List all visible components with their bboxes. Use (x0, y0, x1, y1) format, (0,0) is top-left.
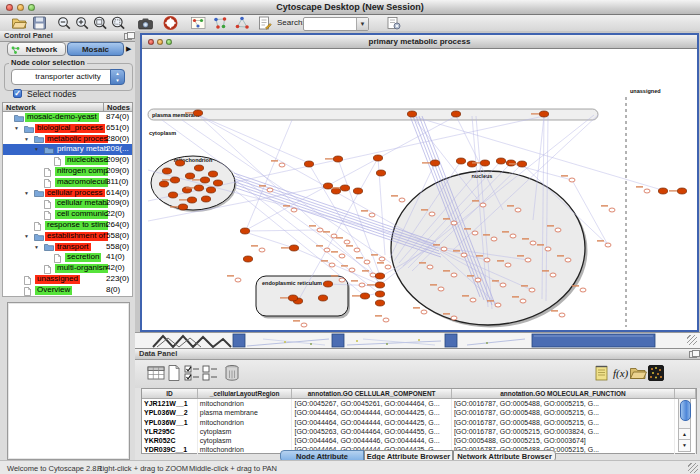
table-icon[interactable] (147, 364, 165, 382)
transporter-gene-node[interactable] (658, 188, 667, 194)
gene-node[interactable] (427, 265, 433, 269)
snapshot-camera-icon[interactable] (137, 16, 154, 30)
transporter-gene-node[interactable] (162, 168, 171, 174)
gene-node[interactable] (359, 283, 365, 287)
transporter-gene-node[interactable] (677, 188, 686, 194)
transporter-gene-node[interactable] (323, 183, 332, 189)
tree-row-cellular-process[interactable]: ▼cellular process614(0) (3, 188, 132, 199)
gene-node[interactable] (500, 283, 506, 287)
transporter-gene-node[interactable] (208, 171, 217, 177)
save-icon[interactable] (31, 16, 48, 30)
gene-node[interactable] (565, 258, 571, 262)
transporter-gene-node[interactable] (194, 165, 203, 171)
gene-node[interactable] (235, 278, 241, 282)
scroll-down-arrow[interactable]: ▼ (679, 439, 690, 451)
gene-node[interactable] (530, 241, 536, 245)
gene-node[interactable] (324, 248, 330, 252)
cell[interactable]: [GO:0016787, GO:0005215, GO:0003824, G..… (452, 427, 675, 436)
plasma-membrane-region[interactable] (148, 109, 598, 120)
gene-node[interactable] (559, 313, 565, 317)
gene-node[interactable] (451, 273, 457, 277)
notepad-icon[interactable] (593, 364, 611, 382)
import-folder-icon[interactable] (629, 364, 647, 382)
gene-node[interactable] (301, 323, 307, 327)
gene-node[interactable] (349, 268, 355, 272)
edge[interactable] (338, 116, 544, 161)
table-scrollbar[interactable]: ▲ ▼ (678, 398, 691, 452)
transporter-gene-node[interactable] (193, 110, 202, 116)
open-file-icon[interactable] (11, 16, 28, 30)
transporter-gene-node[interactable] (376, 170, 385, 176)
transporter-gene-node[interactable] (539, 111, 548, 117)
gene-node[interactable] (475, 278, 481, 282)
network-canvas[interactable]: plasma membranecytoplasmmitochondrionnuc… (142, 49, 697, 331)
transporter-gene-node[interactable] (407, 111, 416, 117)
view-minimize-button[interactable] (157, 39, 163, 45)
search-config-icon[interactable] (385, 16, 402, 30)
tree-row-overview[interactable]: Overview8(0) (3, 285, 132, 296)
tree-row-metabolic-process[interactable]: ▼metabolic process280(0) (3, 134, 132, 145)
gene-node[interactable] (317, 228, 323, 232)
search-dropdown-arrow[interactable]: ▼ (356, 18, 368, 30)
cell[interactable]: [GO:0005488, GO:0005215, GO:0003674] (452, 436, 675, 445)
gene-node[interactable] (369, 213, 375, 217)
transporter-gene-node[interactable] (456, 158, 465, 164)
gene-node[interactable] (529, 288, 535, 292)
transporter-gene-node[interactable] (323, 281, 332, 287)
zoom-in-icon[interactable] (74, 16, 91, 30)
tree-row-response-to-stimulu[interactable]: response to stimulu264(0) (3, 220, 132, 231)
select-attributes-icon[interactable] (183, 364, 201, 382)
delete-attribute-icon[interactable] (223, 364, 241, 382)
gene-node[interactable] (495, 303, 501, 307)
tree-row-nitrogen-compo[interactable]: nitrogen compo209(0) (3, 166, 132, 177)
transporter-gene-node[interactable] (375, 282, 384, 288)
gene-node[interactable] (344, 240, 350, 244)
tree-row-mosaic-demo-yeast[interactable]: mosaic-demo-yeast874(0) (3, 112, 132, 123)
column-header-ID[interactable]: ID (142, 389, 198, 398)
tree-row-unassigned[interactable]: unassigned223(0) (3, 274, 132, 285)
gene-node[interactable] (525, 258, 531, 262)
transporter-gene-node[interactable] (185, 173, 194, 179)
tree-row-macromolecule[interactable]: macromolecule311(0) (3, 177, 132, 188)
gene-node[interactable] (354, 248, 360, 252)
gene-node[interactable] (510, 234, 516, 238)
gene-node[interactable] (555, 228, 561, 232)
cell[interactable]: cytoplasm (198, 427, 293, 436)
birdseye-view[interactable] (7, 302, 130, 460)
minimize-window-button[interactable] (17, 4, 24, 11)
gene-node[interactable] (451, 221, 457, 225)
gene-node[interactable] (545, 247, 551, 251)
view-zoom-button[interactable] (166, 39, 172, 45)
cell[interactable]: [GO:0045263, GO:0044464, GO:0044455, G..… (292, 427, 451, 436)
cell[interactable]: mitochondrion (198, 445, 293, 454)
gene-node[interactable] (379, 257, 385, 261)
tree-row-transport[interactable]: ▼transport558(0) (3, 242, 132, 253)
gene-node[interactable] (385, 265, 391, 269)
search-input[interactable]: ▼ (303, 17, 369, 31)
cell[interactable]: plasma membrane (198, 408, 293, 417)
transporter-gene-node[interactable] (360, 293, 369, 299)
gene-node[interactable] (605, 243, 611, 247)
table-row-YPL036W__2[interactable]: YPL036W__2plasma membrane[GO:0044464, GO… (142, 408, 696, 417)
gene-node[interactable] (329, 263, 335, 267)
gene-node[interactable] (383, 318, 389, 322)
cell[interactable]: mitochondrion (198, 399, 293, 408)
transporter-gene-node[interactable] (170, 177, 179, 183)
transporter-gene-node[interactable] (178, 204, 187, 210)
behind-window-frame-fragment[interactable] (233, 334, 245, 347)
gene-node[interactable] (461, 253, 467, 257)
zoom-selected-icon[interactable] (110, 16, 127, 30)
cell[interactable]: YLR295C (142, 427, 198, 436)
gene-node[interactable] (470, 298, 476, 302)
cell[interactable]: [GO:0045267, GO:0045261, GO:0044464, G..… (292, 399, 451, 408)
gene-node[interactable] (569, 178, 575, 182)
column-header-spacer[interactable] (675, 389, 696, 398)
gene-node[interactable] (339, 254, 345, 258)
cell[interactable]: mitochondrion (198, 418, 293, 427)
annotation-icon[interactable] (256, 16, 273, 30)
tree-row-cell-communicat[interactable]: cell communicat22(0) (3, 209, 132, 220)
transporter-gene-node[interactable] (288, 295, 297, 301)
gene-node[interactable] (438, 287, 444, 291)
cell[interactable]: YPL036W__2 (142, 408, 198, 417)
layout-network-icon-2[interactable] (234, 16, 251, 30)
